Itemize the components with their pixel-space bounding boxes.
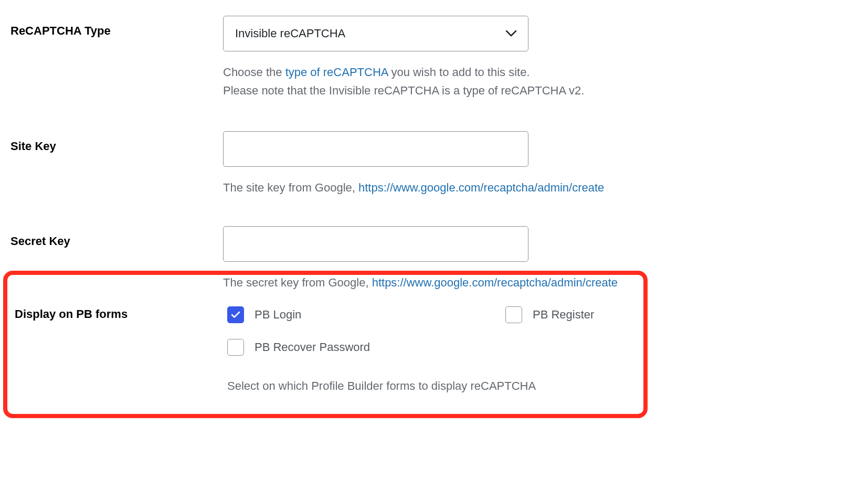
recaptcha-type-value: Invisible reCAPTCHA <box>235 27 345 40</box>
pb-recover-label: PB Recover Password <box>255 340 370 354</box>
pb-login-option: PB Login <box>227 306 505 323</box>
display-pb-forms-row: Display on PB forms PB Login PB Register <box>7 306 643 395</box>
pb-register-checkbox[interactable] <box>505 306 522 323</box>
recaptcha-type-label: ReCAPTCHA Type <box>10 24 111 37</box>
site-key-row: Site Key The site key from Google, https… <box>10 131 858 197</box>
display-pb-forms-help: Select on which Profile Builder forms to… <box>227 377 643 395</box>
pb-login-label: PB Login <box>255 308 301 322</box>
pb-recover-option: PB Recover Password <box>227 339 505 356</box>
secret-key-input[interactable] <box>223 226 528 262</box>
pb-register-option: PB Register <box>505 306 631 323</box>
site-key-input[interactable] <box>223 131 528 167</box>
pb-register-label: PB Register <box>533 308 594 322</box>
secret-key-link[interactable]: https://www.google.com/recaptcha/admin/c… <box>372 276 618 289</box>
display-pb-forms-label: Display on PB forms <box>15 307 128 321</box>
recaptcha-type-link[interactable]: type of reCAPTCHA <box>285 66 388 79</box>
pb-forms-highlight: Display on PB forms PB Login PB Register <box>3 271 648 418</box>
site-key-label: Site Key <box>10 140 56 153</box>
site-key-help: The site key from Google, https://www.go… <box>223 178 669 197</box>
checkmark-icon <box>231 311 240 318</box>
recaptcha-type-help: Choose the type of reCAPTCHA you wish to… <box>223 63 669 100</box>
pb-login-checkbox[interactable] <box>227 306 244 323</box>
pb-recover-checkbox[interactable] <box>227 339 244 356</box>
secret-key-help: The secret key from Google, https://www.… <box>223 273 669 292</box>
secret-key-label: Secret Key <box>10 235 70 248</box>
site-key-link[interactable]: https://www.google.com/recaptcha/admin/c… <box>358 181 604 194</box>
recaptcha-type-select[interactable]: Invisible reCAPTCHA <box>223 16 528 51</box>
recaptcha-type-row: ReCAPTCHA Type Invisible reCAPTCHA Choos… <box>10 16 858 100</box>
